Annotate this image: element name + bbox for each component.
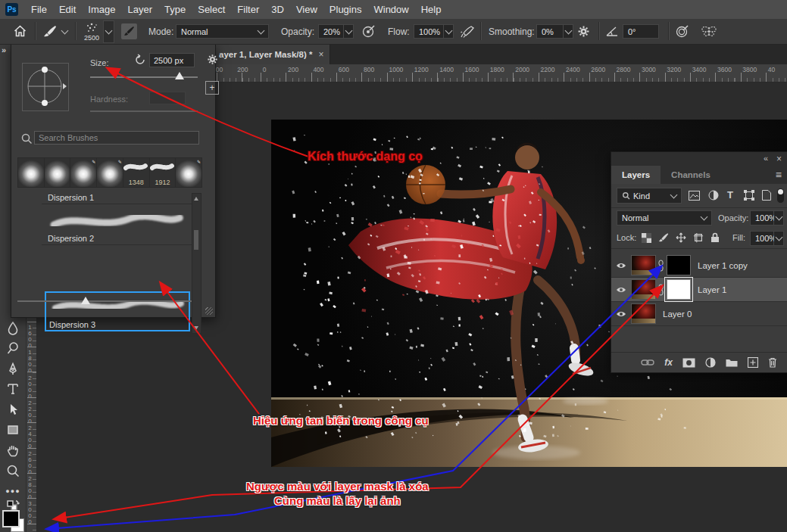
link-layers-icon[interactable] xyxy=(641,359,654,366)
home-icon[interactable] xyxy=(14,25,27,37)
lock-position-icon[interactable] xyxy=(676,232,686,243)
delete-layer-trash-icon[interactable] xyxy=(768,357,777,368)
layer-name[interactable]: Layer 0 xyxy=(663,310,692,319)
dodge-tool[interactable] xyxy=(5,340,21,356)
size-value-field[interactable]: 2500 px xyxy=(149,53,195,67)
mask-link-icon[interactable] xyxy=(657,284,664,296)
flow-chevron-icon[interactable] xyxy=(444,24,454,39)
opacity-chevron-icon[interactable] xyxy=(344,24,354,39)
layer-mask-thumbnail[interactable] xyxy=(667,255,691,275)
mode-select[interactable]: Normal xyxy=(176,24,269,39)
zoom-tool[interactable] xyxy=(5,462,21,479)
filter-kind-select[interactable]: Kind xyxy=(617,188,682,204)
brush-settings-panel-toggle[interactable] xyxy=(121,23,137,39)
panel-gear-icon[interactable] xyxy=(207,54,218,68)
brush-thumbnail-soft[interactable]: ✎ xyxy=(70,158,96,187)
add-layer-mask-icon[interactable] xyxy=(682,358,695,368)
menu-layer[interactable]: Layer xyxy=(128,4,153,15)
brush-stroke-preview[interactable] xyxy=(46,207,187,237)
lock-transparency-icon[interactable] xyxy=(642,233,651,243)
menu-type[interactable]: Type xyxy=(164,4,186,15)
layer-opacity-chevron-icon[interactable] xyxy=(774,210,784,226)
layer-thumbnail[interactable] xyxy=(631,279,656,300)
size-slider-thumb[interactable] xyxy=(175,72,184,79)
blend-mode-select[interactable]: Normal xyxy=(617,210,712,226)
new-adjustment-layer-icon[interactable] xyxy=(705,357,716,368)
layer-row[interactable]: Layer 1 copy xyxy=(611,254,787,278)
layer-visibility-eye-icon[interactable] xyxy=(611,286,631,294)
hand-tool[interactable] xyxy=(5,442,21,459)
smoothing-gear-icon[interactable] xyxy=(577,25,590,38)
dock-expand-icon[interactable]: » xyxy=(2,45,6,54)
airbrush-icon[interactable] xyxy=(461,25,475,38)
brush-thumbnail-stroke[interactable]: 1912 xyxy=(150,158,176,187)
layer-row-selected[interactable]: Layer 1 xyxy=(611,278,787,302)
scroll-up-icon[interactable] xyxy=(194,197,198,201)
layer-visibility-eye-icon[interactable] xyxy=(611,262,631,269)
rectangle-tool[interactable] xyxy=(5,422,21,438)
pressure-size-icon[interactable] xyxy=(676,25,689,38)
layer-name[interactable]: Layer 1 copy xyxy=(698,261,748,270)
filter-smart-objects-icon[interactable] xyxy=(762,190,771,201)
menu-select[interactable]: Select xyxy=(198,4,225,15)
lock-artboard-icon[interactable] xyxy=(693,232,704,243)
tab-channels[interactable]: Channels xyxy=(661,166,721,184)
pen-tool[interactable] xyxy=(5,360,21,377)
pressure-opacity-icon[interactable] xyxy=(362,25,376,38)
layer-fill-chevron-icon[interactable] xyxy=(774,231,784,246)
layer-thumbnail[interactable] xyxy=(631,255,656,275)
preview-size-slider[interactable] xyxy=(17,300,192,302)
layer-visibility-eye-icon[interactable] xyxy=(611,310,631,318)
panel-resize-grip[interactable] xyxy=(205,307,213,315)
mask-link-icon[interactable] xyxy=(657,260,664,272)
document-tab[interactable]: ayer 1, Layer Mask/8) * × xyxy=(214,45,330,64)
brush-group-selected[interactable]: Dispersion 3 xyxy=(45,291,190,331)
brush-thumbnail-stroke[interactable]: 1348 xyxy=(123,158,149,187)
tab-layers[interactable]: Layers xyxy=(611,166,661,184)
layer-style-fx-icon[interactable]: fx xyxy=(664,357,673,368)
menu-window[interactable]: Window xyxy=(373,4,408,15)
menu-edit[interactable]: Edit xyxy=(59,4,76,15)
filter-shape-layers-icon[interactable] xyxy=(744,190,754,201)
document-tab-close-icon[interactable]: × xyxy=(318,49,323,60)
menu-file[interactable]: File xyxy=(31,4,47,15)
photoshop-logo[interactable]: Ps xyxy=(5,3,18,16)
layer-name[interactable]: Layer 1 xyxy=(698,285,726,294)
foreground-color-swatch[interactable] xyxy=(2,510,20,527)
opacity-value[interactable]: 20% xyxy=(318,24,344,39)
brush-thumbnail-soft[interactable] xyxy=(45,158,70,187)
brush-thumbnail-soft[interactable]: ✎ xyxy=(176,158,201,187)
brush-group-name[interactable]: Dispersion 2 xyxy=(48,234,94,243)
layer-mask-thumbnail-selected[interactable] xyxy=(667,279,691,300)
filter-pixel-layers-icon[interactable] xyxy=(689,191,700,201)
brush-tool-icon[interactable] xyxy=(43,25,57,38)
smoothing-chevron-icon[interactable] xyxy=(564,24,573,39)
new-layer-icon[interactable] xyxy=(748,357,758,368)
filter-type-layers-icon[interactable]: T xyxy=(727,189,733,201)
filter-toggle[interactable] xyxy=(777,188,784,203)
path-selection-tool[interactable] xyxy=(5,401,21,418)
layer-row[interactable]: Layer 0 xyxy=(611,302,787,326)
size-reset-icon[interactable] xyxy=(134,54,146,69)
add-size-icon[interactable]: + xyxy=(205,81,219,95)
layer-opacity-value[interactable]: 100% xyxy=(750,210,774,226)
brush-angle-value[interactable]: 0° xyxy=(623,24,659,39)
menu-filter[interactable]: Filter xyxy=(237,4,259,15)
flow-value[interactable]: 100% xyxy=(414,24,444,39)
menu-view[interactable]: View xyxy=(296,4,317,15)
lock-pixels-icon[interactable] xyxy=(658,232,669,243)
menu-help[interactable]: Help xyxy=(421,4,442,15)
scroll-down-icon[interactable] xyxy=(194,326,198,330)
brush-group-name[interactable]: Dispersion 1 xyxy=(48,193,94,202)
brush-preset-preview[interactable] xyxy=(82,21,101,35)
smoothing-value[interactable]: 0% xyxy=(536,24,564,39)
panel-close-icon[interactable]: × xyxy=(776,154,782,164)
lock-all-icon[interactable] xyxy=(710,232,720,243)
menu-3d[interactable]: 3D xyxy=(271,4,284,15)
scrollbar-thumb[interactable] xyxy=(194,230,198,250)
symmetry-butterfly-icon[interactable] xyxy=(701,25,717,38)
brush-thumbnail-soft[interactable] xyxy=(18,158,44,187)
panel-collapse-icon[interactable]: « xyxy=(764,154,768,163)
new-group-icon[interactable] xyxy=(726,358,738,367)
blur-tool[interactable] xyxy=(5,319,21,336)
